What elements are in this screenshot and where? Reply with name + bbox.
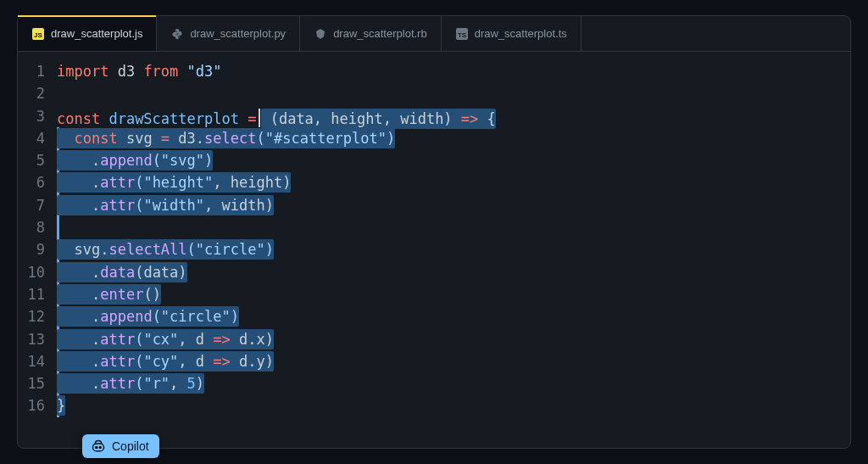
text-cursor <box>259 109 260 127</box>
tab-label: draw_scatterplot.ts <box>475 27 567 40</box>
line-number: 14 <box>18 350 45 372</box>
tab-ts[interactable]: TS draw_scatterplot.ts <box>442 16 581 51</box>
code-line[interactable]: .attr("cy", d => d.y) <box>57 350 850 372</box>
code-line[interactable]: svg.selectAll("circle") <box>57 238 850 260</box>
copilot-button[interactable]: Copilot <box>82 434 159 458</box>
tab-label: draw_scatterplot.js <box>51 27 142 40</box>
svg-point-8 <box>99 446 101 448</box>
line-number: 16 <box>18 394 45 416</box>
svg-rect-6 <box>92 444 103 451</box>
code-line[interactable]: .attr("cx", d => d.x) <box>57 328 850 350</box>
ts-file-icon: TS <box>455 27 469 41</box>
svg-point-2 <box>175 30 176 31</box>
tab-rb[interactable]: draw_scatterplot.rb <box>300 16 442 51</box>
svg-text:JS: JS <box>34 31 42 38</box>
line-number: 5 <box>18 149 45 171</box>
line-number: 15 <box>18 372 45 394</box>
rb-file-icon <box>314 27 327 41</box>
code-line[interactable]: } <box>57 394 850 416</box>
code-line[interactable]: const svg = d3.select("#scatterplot") <box>57 127 850 149</box>
code-line[interactable]: const drawScatterplot = (data, height, w… <box>57 105 850 127</box>
line-number: 1 <box>18 60 45 82</box>
copilot-label: Copilot <box>112 439 149 453</box>
tab-py[interactable]: draw_scatterplot.py <box>157 16 300 51</box>
code-line[interactable] <box>57 216 850 238</box>
code-content[interactable]: import d3 from "d3" const drawScatterplo… <box>57 60 850 448</box>
line-number: 3 <box>18 105 45 127</box>
svg-text:TS: TS <box>458 31 467 38</box>
line-number-gutter: 1 2 3 4 5 6 7 8 9 10 11 12 13 14 15 16 <box>18 60 57 448</box>
code-line[interactable] <box>57 82 850 104</box>
line-number: 10 <box>18 261 45 283</box>
line-number: 8 <box>18 216 45 238</box>
js-file-icon: JS <box>31 27 45 41</box>
code-line[interactable]: .enter() <box>57 283 850 305</box>
editor-window: JS draw_scatterplot.js draw_scatterplot.… <box>17 15 851 449</box>
code-line[interactable]: .attr("height", height) <box>57 171 850 193</box>
code-line[interactable]: .data(data) <box>57 261 850 283</box>
code-line[interactable]: .attr("r", 5) <box>57 372 850 394</box>
code-line[interactable]: .append("svg") <box>57 149 850 171</box>
svg-point-3 <box>178 36 179 37</box>
tab-js[interactable]: JS draw_scatterplot.js <box>18 16 157 51</box>
svg-point-7 <box>96 446 97 448</box>
line-number: 2 <box>18 82 45 104</box>
line-number: 12 <box>18 305 45 327</box>
line-number: 6 <box>18 171 45 193</box>
line-number: 11 <box>18 283 45 305</box>
line-number: 13 <box>18 328 45 350</box>
code-editor[interactable]: 1 2 3 4 5 6 7 8 9 10 11 12 13 14 15 16 i… <box>18 52 850 448</box>
tab-label: draw_scatterplot.py <box>190 27 286 40</box>
copilot-icon <box>91 439 106 453</box>
code-line[interactable]: .append("circle") <box>57 305 850 327</box>
py-file-icon <box>170 27 184 41</box>
line-number: 7 <box>18 194 45 216</box>
tab-bar: JS draw_scatterplot.js draw_scatterplot.… <box>18 16 850 52</box>
code-line[interactable]: .attr("width", width) <box>57 194 850 216</box>
line-number: 9 <box>18 238 45 260</box>
tab-label: draw_scatterplot.rb <box>333 27 427 40</box>
code-line[interactable]: import d3 from "d3" <box>57 60 850 82</box>
line-number: 4 <box>18 127 45 149</box>
